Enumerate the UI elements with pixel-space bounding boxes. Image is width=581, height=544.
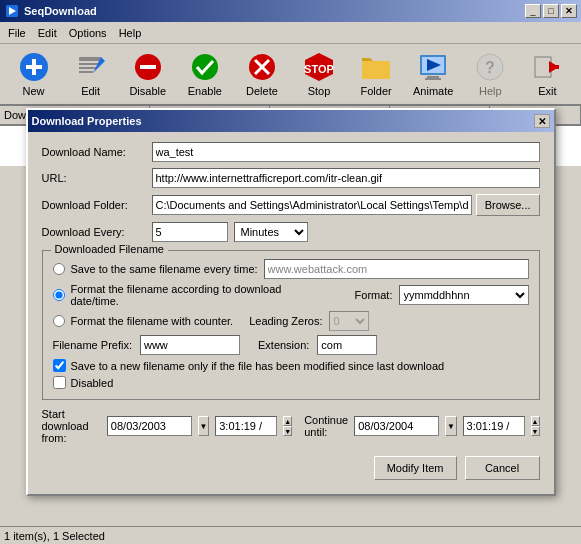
- stop-icon: STOP: [303, 51, 335, 83]
- leading-zeros-select[interactable]: 0: [329, 311, 369, 331]
- radio-counter[interactable]: [53, 315, 65, 327]
- download-name-label: Download Name:: [42, 146, 152, 158]
- download-folder-input[interactable]: [152, 195, 472, 215]
- radio3-label: Format the filename with counter.: [71, 315, 234, 327]
- edit-icon: [75, 51, 107, 83]
- radio2-row: Format the filename according to downloa…: [53, 283, 529, 307]
- folder-label: Folder: [361, 85, 392, 97]
- enable-label: Enable: [188, 85, 222, 97]
- toolbar-delete-button[interactable]: Delete: [234, 47, 289, 101]
- radio1-row: Save to the same filename every time:: [53, 259, 529, 279]
- toolbar: New Edit Disable: [0, 44, 581, 106]
- start-time-down[interactable]: ▼: [283, 426, 292, 436]
- end-time-up[interactable]: ▲: [531, 416, 540, 426]
- end-date-input[interactable]: [354, 416, 439, 436]
- disable-label: Disable: [129, 85, 166, 97]
- download-every-row: Download Every: Minutes Hours Days: [42, 222, 540, 242]
- radio1-label: Save to the same filename every time:: [71, 263, 258, 275]
- browse-button[interactable]: Browse...: [476, 194, 540, 216]
- download-every-input[interactable]: [152, 222, 228, 242]
- svg-rect-26: [535, 57, 551, 77]
- toolbar-enable-button[interactable]: Enable: [177, 47, 232, 101]
- disabled-checkbox[interactable]: [53, 376, 66, 389]
- new-icon: [18, 51, 50, 83]
- dialog-title: Download Properties: [32, 115, 534, 127]
- radio-same-filename[interactable]: [53, 263, 65, 275]
- status-bar: 1 item(s), 1 Selected: [0, 526, 581, 544]
- animate-label: Animate: [413, 85, 453, 97]
- dialog-body: Download Name: URL: Download Folder: Bro…: [28, 132, 554, 494]
- toolbar-edit-button[interactable]: Edit: [63, 47, 118, 101]
- toolbar-disable-button[interactable]: Disable: [120, 47, 175, 101]
- extension-input[interactable]: [317, 335, 377, 355]
- svg-point-12: [192, 54, 218, 80]
- end-date-dropdown[interactable]: ▼: [445, 416, 456, 436]
- same-filename-input[interactable]: [264, 259, 529, 279]
- start-time-input[interactable]: [215, 416, 277, 436]
- menu-help[interactable]: Help: [113, 25, 148, 41]
- toolbar-stop-button[interactable]: STOP Stop: [291, 47, 346, 101]
- exit-label: Exit: [538, 85, 556, 97]
- radio-format-datetime[interactable]: [53, 289, 65, 301]
- leading-zeros-label: Leading Zeros:: [249, 315, 322, 327]
- download-name-row: Download Name:: [42, 142, 540, 162]
- end-time-down[interactable]: ▼: [531, 426, 540, 436]
- checkbox1-label: Save to a new filename only if the file …: [71, 360, 445, 372]
- enable-icon: [189, 51, 221, 83]
- svg-rect-11: [140, 65, 156, 69]
- app-title: SeqDownload: [24, 5, 525, 17]
- cancel-button[interactable]: Cancel: [465, 456, 540, 480]
- save-new-filename-checkbox[interactable]: [53, 359, 66, 372]
- modify-item-button[interactable]: Modify Item: [374, 456, 457, 480]
- checkbox2-label: Disabled: [71, 377, 114, 389]
- url-label: URL:: [42, 172, 152, 184]
- end-time-input[interactable]: [463, 416, 525, 436]
- svg-rect-8: [79, 71, 93, 73]
- datetime-row: Start download from: ▼ ▲ ▼ Continue unti…: [42, 408, 540, 444]
- download-name-input[interactable]: [152, 142, 540, 162]
- svg-rect-18: [362, 61, 390, 79]
- download-folder-row: Download Folder: Browse...: [42, 194, 540, 216]
- title-bar: SeqDownload _ □ ✕: [0, 0, 581, 22]
- menu-file[interactable]: File: [2, 25, 32, 41]
- toolbar-animate-button[interactable]: Animate: [406, 47, 461, 101]
- end-time-spinner[interactable]: ▲ ▼: [531, 416, 540, 436]
- menu-edit[interactable]: Edit: [32, 25, 63, 41]
- prefix-ext-row: Filename Prefix: Extension:: [53, 335, 529, 355]
- format-select[interactable]: yymmddhhnn: [399, 285, 529, 305]
- interval-select[interactable]: Minutes Hours Days: [234, 222, 308, 242]
- stop-label: Stop: [308, 85, 331, 97]
- edit-label: Edit: [81, 85, 100, 97]
- url-input[interactable]: [152, 168, 540, 188]
- start-date-input[interactable]: [107, 416, 192, 436]
- radio2-label: Format the filename according to downloa…: [71, 283, 329, 307]
- toolbar-help-button[interactable]: ? Help: [463, 47, 518, 101]
- checkbox2-row: Disabled: [53, 376, 529, 389]
- toolbar-folder-button[interactable]: Folder: [349, 47, 404, 101]
- svg-rect-28: [551, 65, 559, 69]
- download-every-label: Download Every:: [42, 226, 152, 238]
- close-button[interactable]: ✕: [561, 4, 577, 18]
- prefix-input[interactable]: [140, 335, 240, 355]
- delete-icon: [246, 51, 278, 83]
- start-date-dropdown[interactable]: ▼: [198, 416, 209, 436]
- dialog-title-bar: Download Properties ✕: [28, 110, 554, 132]
- maximize-button[interactable]: □: [543, 4, 559, 18]
- url-row: URL:: [42, 168, 540, 188]
- status-text: 1 item(s), 1 Selected: [4, 530, 105, 542]
- dialog-close-button[interactable]: ✕: [534, 114, 550, 128]
- toolbar-new-button[interactable]: New: [6, 47, 61, 101]
- start-time-up[interactable]: ▲: [283, 416, 292, 426]
- prefix-label: Filename Prefix:: [53, 339, 132, 351]
- toolbar-exit-button[interactable]: Exit: [520, 47, 575, 101]
- download-properties-dialog: Download Properties ✕ Download Name: URL…: [26, 108, 556, 496]
- minimize-button[interactable]: _: [525, 4, 541, 18]
- extension-label: Extension:: [258, 339, 309, 351]
- download-folder-label: Download Folder:: [42, 199, 152, 211]
- menu-options[interactable]: Options: [63, 25, 113, 41]
- continue-label: Continue until:: [304, 414, 348, 438]
- start-time-spinner[interactable]: ▲ ▼: [283, 416, 292, 436]
- checkbox1-row: Save to a new filename only if the file …: [53, 359, 529, 372]
- folder-icon: [360, 51, 392, 83]
- start-label: Start download from:: [42, 408, 101, 444]
